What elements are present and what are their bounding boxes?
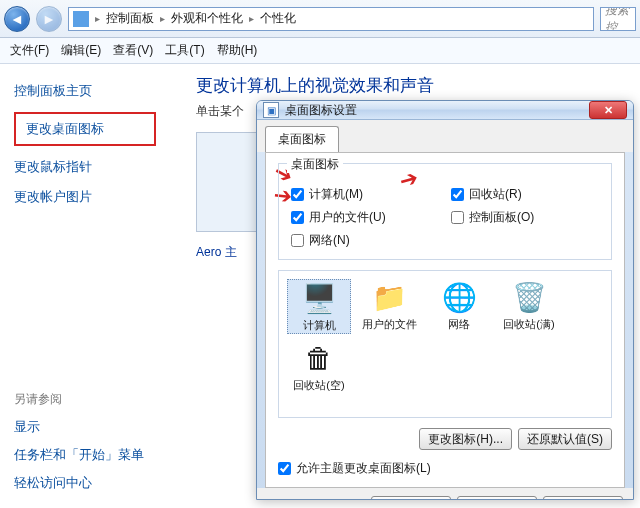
icon-item-recycle-empty[interactable]: 🗑 回收站(空) [287,340,351,393]
checkbox-network-label: 网络(N) [309,232,350,249]
desktop-icons-group: 桌面图标 计算机(M) 回收站(R) 用户的文件(U) 控制面板(O) 网络(N… [278,163,612,260]
checkbox-allow-theme-input[interactable] [278,462,291,475]
icon-label: 网络 [448,317,470,332]
address-bar-row: ◄ ► ▸ 控制面板 ▸ 外观和个性化 ▸ 个性化 搜索控 [0,0,640,38]
tab-row: 桌面图标 [257,120,633,152]
chevron-right-icon: ▸ [95,13,100,24]
ok-button[interactable]: 确定 [371,496,451,500]
dialog-title: 桌面图标设置 [285,102,357,119]
icon-item-userfiles[interactable]: 📁 用户的文件 [357,279,421,334]
restore-default-button[interactable]: 还原默认值(S) [518,428,612,450]
sidebar-change-icons[interactable]: 更改桌面图标 [14,112,156,146]
sidebar-account-pic[interactable]: 更改帐户图片 [14,188,156,206]
checkbox-userfiles-label: 用户的文件(U) [309,209,386,226]
control-panel-icon [73,11,89,27]
search-input[interactable]: 搜索控 [600,7,636,31]
checkbox-userfiles-input[interactable] [291,211,304,224]
sidebar-mouse[interactable]: 更改鼠标指针 [14,158,156,176]
desktop-icon-settings-dialog: ▣ 桌面图标设置 ✕ 桌面图标 ➔ ➔ ➔ 桌面图标 计算机(M) 回收站(R)… [256,100,634,500]
change-icon-button[interactable]: 更改图标(H)... [419,428,512,450]
checkbox-allow-theme[interactable]: 允许主题更改桌面图标(L) [278,460,612,477]
checkbox-recycle[interactable]: 回收站(R) [451,186,599,203]
titlebar[interactable]: ▣ 桌面图标设置 ✕ [257,101,633,120]
crumb-controlpanel[interactable]: 控制面板 [106,10,154,27]
menu-edit[interactable]: 编辑(E) [61,42,101,59]
icon-preview-list[interactable]: 🖥️ 计算机 📁 用户的文件 🌐 网络 🗑️ 回收站(满) 🗑 回收站(空) [278,270,612,418]
dialog-icon: ▣ [263,102,279,118]
breadcrumb[interactable]: ▸ 控制面板 ▸ 外观和个性化 ▸ 个性化 [68,7,594,31]
crumb-appearance[interactable]: 外观和个性化 [171,10,243,27]
recycle-empty-icon: 🗑 [299,340,339,376]
sidebar: 控制面板主页 更改桌面图标 更改鼠标指针 更改帐户图片 另请参阅 显示 任务栏和… [0,64,170,508]
menu-tools[interactable]: 工具(T) [165,42,204,59]
close-button[interactable]: ✕ [589,101,627,119]
menu-file[interactable]: 文件(F) [10,42,49,59]
checkbox-computer-label: 计算机(M) [309,186,363,203]
icon-buttons-row: 更改图标(H)... 还原默认值(S) [278,428,612,450]
sidebar-taskbar[interactable]: 任务栏和「开始」菜单 [14,446,156,464]
computer-icon: 🖥️ [299,280,339,316]
icon-label: 回收站(满) [503,317,554,332]
menu-help[interactable]: 帮助(H) [217,42,258,59]
crumb-personalization[interactable]: 个性化 [260,10,296,27]
icon-item-computer[interactable]: 🖥️ 计算机 [287,279,351,334]
checkbox-network[interactable]: 网络(N) [291,232,439,249]
checkbox-controlpanel-label: 控制面板(O) [469,209,534,226]
search-placeholder: 搜索控 [605,7,631,31]
checkbox-controlpanel-input[interactable] [451,211,464,224]
see-also-title: 另请参阅 [14,391,156,408]
checkbox-computer-input[interactable] [291,188,304,201]
sidebar-display[interactable]: 显示 [14,418,156,436]
network-icon: 🌐 [439,279,479,315]
menu-bar: 文件(F) 编辑(E) 查看(V) 工具(T) 帮助(H) [0,38,640,64]
checkbox-recycle-label: 回收站(R) [469,186,522,203]
cancel-button[interactable]: 取消 [457,496,537,500]
dialog-body: ➔ ➔ ➔ 桌面图标 计算机(M) 回收站(R) 用户的文件(U) 控制面板(O… [265,152,625,488]
icon-label: 计算机 [303,318,336,333]
tab-desktop-icons[interactable]: 桌面图标 [265,126,339,152]
checkbox-controlpanel[interactable]: 控制面板(O) [451,209,599,226]
checkbox-userfiles[interactable]: 用户的文件(U) [291,209,439,226]
sidebar-home[interactable]: 控制面板主页 [14,82,156,100]
group-title: 桌面图标 [287,156,343,173]
chevron-right-icon: ▸ [160,13,165,24]
forward-button[interactable]: ► [36,6,62,32]
chevron-right-icon: ▸ [249,13,254,24]
icon-label: 回收站(空) [293,378,344,393]
back-button[interactable]: ◄ [4,6,30,32]
recycle-full-icon: 🗑️ [509,279,549,315]
dialog-footer: 确定 取消 应用(A) [257,488,633,500]
menu-view[interactable]: 查看(V) [113,42,153,59]
icon-item-network[interactable]: 🌐 网络 [427,279,491,334]
icon-label: 用户的文件 [362,317,417,332]
checkbox-network-input[interactable] [291,234,304,247]
sidebar-ease[interactable]: 轻松访问中心 [14,474,156,492]
checkbox-allow-theme-label: 允许主题更改桌面图标(L) [296,460,431,477]
checkbox-computer[interactable]: 计算机(M) [291,186,439,203]
page-title: 更改计算机上的视觉效果和声音 [196,74,624,97]
icon-item-recycle-full[interactable]: 🗑️ 回收站(满) [497,279,561,334]
folder-user-icon: 📁 [369,279,409,315]
apply-button[interactable]: 应用(A) [543,496,623,500]
checkbox-recycle-input[interactable] [451,188,464,201]
